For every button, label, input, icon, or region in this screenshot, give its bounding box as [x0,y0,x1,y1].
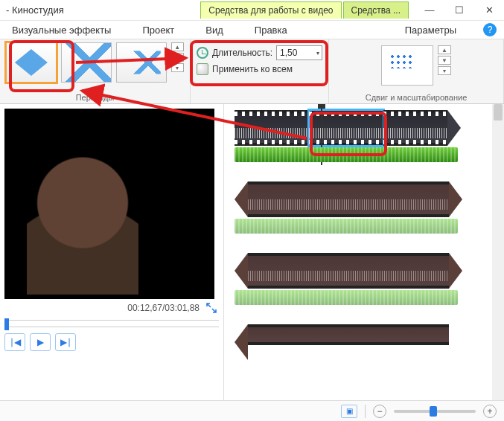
window-minimize-button[interactable]: — [415,0,444,21]
audio-waveform[interactable] [235,290,458,305]
play-button[interactable]: ▶ [30,333,51,351]
timecode-display: 00:12,67/03:01,88 [127,303,200,313]
timeline-track-1[interactable] [235,110,498,162]
timeline-vertical-scrollbar[interactable] [492,104,504,400]
tab-visual-effects[interactable]: Визуальные эффекты [7,23,115,37]
duration-input[interactable]: 1,50 ▾ [276,45,322,60]
timeline-track-3[interactable] [235,253,498,305]
timeline-clip[interactable] [248,253,449,289]
scrub-bar[interactable] [4,320,219,327]
tab-view[interactable]: Вид [201,23,228,37]
apply-all-button[interactable]: Применить ко всем [212,64,293,74]
duration-value: 1,50 [280,48,297,58]
clip-trail-arrow-icon [447,110,461,146]
panzoom-group-label: Сдвиг и масштабирование [366,91,468,102]
panzoom-gallery-next[interactable]: ▼ [438,56,451,65]
ribbon-group-transitions: ▲ ▼ ▾ Переходы [0,39,191,103]
panzoom-gallery-more[interactable]: ▾ [438,66,451,75]
window-title: - Киностудия [0,4,70,16]
ribbon-group-panzoom: ▲ ▼ ▾ Сдвиг и масштабирование [329,39,504,103]
tab-parameters[interactable]: Параметры [401,23,461,37]
timeline-track-2[interactable] [235,181,498,234]
window-maximize-button[interactable]: ☐ [444,0,474,21]
transition-preset-3[interactable] [116,42,167,83]
context-tab-tools[interactable]: Средства ... [343,1,409,19]
context-tab-video-tools[interactable]: Средства для работы с видео [200,1,341,19]
apply-all-icon [197,63,208,75]
clip-lead-arrow-icon [235,324,248,360]
audio-waveform[interactable] [235,219,458,234]
help-icon[interactable]: ? [483,23,497,36]
timeline-track-4[interactable] [235,324,498,360]
clip-trail-arrow-icon [449,181,462,217]
transition-gallery-next[interactable]: ▼ [171,53,184,62]
audio-waveform[interactable] [235,147,458,162]
fullscreen-icon[interactable] [205,302,217,314]
duration-label: Длительность: [212,48,272,58]
zoom-slider-knob[interactable] [430,406,437,417]
window-close-button[interactable]: ✕ [474,0,504,21]
transition-preset-cross[interactable] [61,42,112,83]
scrub-position-marker[interactable] [4,318,9,330]
duration-icon [197,47,208,59]
transition-gallery-more[interactable]: ▾ [171,63,184,72]
timeline-clip-selected[interactable] [309,110,383,146]
zoom-slider[interactable] [394,410,476,413]
preview-frame-content [27,153,138,295]
transitions-group-label: Переходы [6,91,184,102]
panzoom-gallery-prev[interactable]: ▲ [438,45,451,54]
prev-frame-button[interactable]: ∣◀ [4,333,25,351]
ribbon-group-duration: Длительность: 1,50 ▾ Применить ко всем [191,39,329,103]
timeline-clip[interactable] [383,110,447,146]
tab-project[interactable]: Проект [138,23,179,37]
zoom-out-button[interactable]: − [373,405,386,418]
transition-preset-diamond[interactable] [6,42,57,83]
clip-trail-arrow-icon [449,253,462,289]
zoom-in-button[interactable]: + [483,405,497,418]
duration-dropdown-icon[interactable]: ▾ [316,50,319,57]
clip-lead-arrow-icon [235,181,248,217]
timeline-clip[interactable] [248,181,449,217]
timeline-clip[interactable] [248,324,449,345]
timeline-clip[interactable] [235,110,309,146]
scrollbar-thumb[interactable] [494,104,503,120]
clip-lead-arrow-icon [235,253,248,289]
tab-edit[interactable]: Правка [250,23,292,37]
panzoom-preset-1[interactable] [381,45,433,86]
transition-gallery-prev[interactable]: ▲ [171,42,184,51]
view-mode-button[interactable]: ▣ [341,405,357,418]
video-preview[interactable] [4,109,214,299]
timeline-panel[interactable] [223,104,504,400]
next-frame-button[interactable]: ▶∣ [55,333,76,351]
